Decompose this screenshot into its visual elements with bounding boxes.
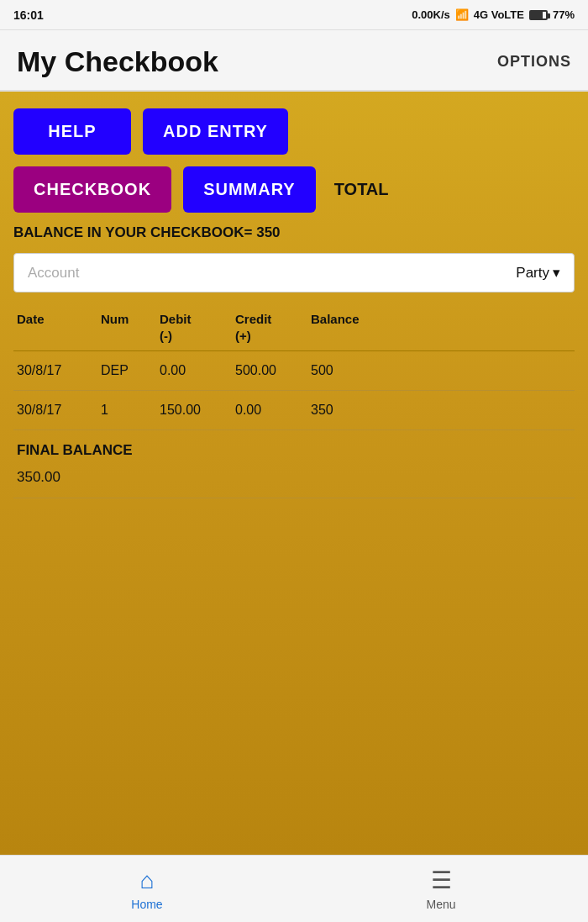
party-filter[interactable]: Party ▾ (516, 264, 560, 282)
filter-bar: Account Party ▾ (13, 253, 575, 292)
col-date: Date (17, 311, 101, 344)
button-row-2: CHECKBOOK SUMMARY TOTAL (13, 166, 575, 213)
col-num: Num (101, 311, 160, 344)
main-content: HELP ADD ENTRY CHECKBOOK SUMMARY TOTAL B… (0, 92, 588, 855)
menu-icon: ☰ (431, 867, 452, 894)
help-button[interactable]: HELP (13, 108, 131, 155)
transactions-table: Date Num Debit(-) Credit(+) Balance 30/8… (13, 304, 575, 498)
total-label: TOTAL (334, 180, 389, 199)
cell-num-1: DEP (101, 363, 160, 378)
network-type: 4G VoLTE (474, 8, 524, 21)
final-balance-label: FINAL BALANCE (13, 430, 575, 464)
cell-credit-2: 0.00 (235, 403, 311, 418)
balance-info: BALANCE IN YOUR CHECKBOOK= 350 (13, 224, 575, 241)
cell-balance-2: 350 (311, 403, 378, 418)
signal-bars: 📶 (455, 8, 469, 21)
menu-label: Menu (426, 898, 455, 911)
col-debit: Debit(-) (160, 311, 235, 344)
table-header: Date Num Debit(-) Credit(+) Balance (13, 304, 575, 351)
button-row-1: HELP ADD ENTRY (13, 108, 575, 155)
final-balance-value: 350.00 (13, 464, 575, 498)
col-credit: Credit(+) (235, 311, 311, 344)
summary-button[interactable]: SUMMARY (183, 166, 316, 213)
table-row[interactable]: 30/8/17 1 150.00 0.00 350 (13, 391, 575, 430)
col-balance: Balance (311, 311, 378, 344)
add-entry-button[interactable]: ADD ENTRY (143, 108, 288, 155)
nav-home[interactable]: ⌂ Home (0, 867, 294, 911)
status-bar: 16:01 0.00K/s 📶 4G VoLTE 77% (0, 0, 588, 30)
checkbook-button[interactable]: CHECKBOOK (13, 166, 171, 213)
cell-date-2: 30/8/17 (17, 403, 101, 418)
status-right: 0.00K/s 📶 4G VoLTE 77% (412, 8, 575, 21)
status-time: 16:01 (13, 8, 44, 22)
page-title: My Checkbook (17, 45, 218, 78)
network-speed: 0.00K/s (412, 8, 450, 21)
cell-balance-1: 500 (311, 363, 378, 378)
header: My Checkbook OPTIONS (0, 30, 588, 92)
cell-debit-2: 150.00 (160, 403, 235, 418)
home-icon: ⌂ (140, 867, 155, 894)
nav-menu[interactable]: ☰ Menu (294, 867, 588, 911)
status-left: 16:01 (13, 8, 44, 22)
cell-num-2: 1 (101, 403, 160, 418)
options-button[interactable]: OPTIONS (497, 53, 571, 71)
party-dropdown-icon: ▾ (553, 264, 560, 282)
table-row[interactable]: 30/8/17 DEP 0.00 500.00 500 (13, 351, 575, 391)
bottom-nav: ⌂ Home ☰ Menu (0, 855, 588, 922)
home-label: Home (131, 898, 162, 911)
party-label: Party (516, 265, 549, 282)
battery-percent: 77% (553, 8, 575, 21)
account-filter[interactable]: Account (28, 265, 79, 282)
cell-date-1: 30/8/17 (17, 363, 101, 378)
cell-credit-1: 500.00 (235, 363, 311, 378)
cell-debit-1: 0.00 (160, 363, 235, 378)
battery-icon (529, 10, 548, 20)
